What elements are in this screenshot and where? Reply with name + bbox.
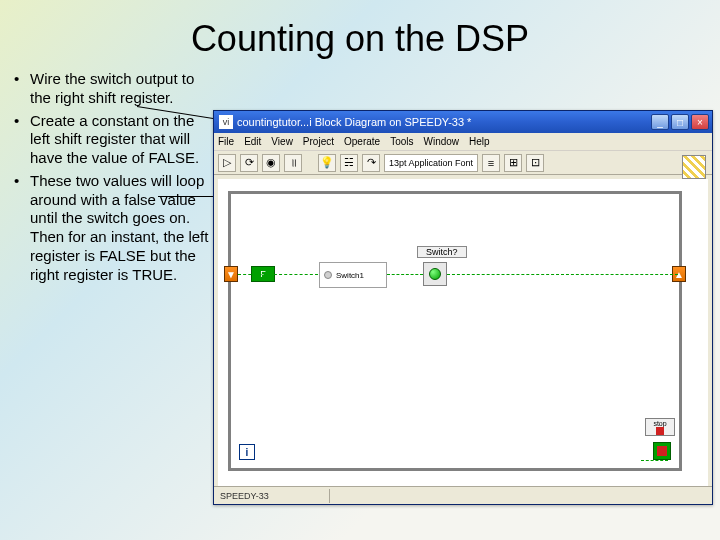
switch-box-label: Switch1 <box>336 271 364 280</box>
led-icon <box>324 271 332 279</box>
loop-condition-terminal[interactable] <box>653 442 671 460</box>
loop-iteration-terminal[interactable]: i <box>239 444 255 460</box>
bullet-item: Wire the switch output to the right shif… <box>12 70 210 108</box>
slide-title: Counting on the DSP <box>0 0 720 70</box>
bullet-item: Create a constant on the left shift regi… <box>12 112 210 168</box>
menu-project[interactable]: Project <box>303 136 334 147</box>
block-diagram-canvas[interactable]: ▼ ▲ F Switch1 Switch? i stop <box>218 179 708 491</box>
close-button[interactable]: × <box>691 114 709 130</box>
abort-button[interactable]: ◉ <box>262 154 280 172</box>
stop-control[interactable]: stop <box>645 418 675 436</box>
wire <box>447 274 678 275</box>
window-title: countingtutor...i Block Diagram on SPEED… <box>237 116 651 128</box>
while-loop[interactable]: ▼ ▲ F Switch1 Switch? i stop <box>228 191 682 471</box>
window-titlebar[interactable]: vi countingtutor...i Block Diagram on SP… <box>214 111 712 133</box>
wire <box>641 460 668 461</box>
stop-icon <box>656 427 664 435</box>
switch-express-vi[interactable]: Switch1 <box>319 262 387 288</box>
status-bar: SPEEDY-33 <box>214 486 712 504</box>
align-button[interactable]: ≡ <box>482 154 500 172</box>
vi-icon[interactable] <box>682 155 706 179</box>
bullet-list: Wire the switch output to the right shif… <box>0 70 210 288</box>
stop-octagon-icon <box>657 446 667 456</box>
minimize-button[interactable]: _ <box>651 114 669 130</box>
stop-control-label: stop <box>653 420 666 427</box>
labview-window: vi countingtutor...i Block Diagram on SP… <box>213 110 713 505</box>
menu-bar: File Edit View Project Operate Tools Win… <box>214 133 712 151</box>
retain-button[interactable]: ☵ <box>340 154 358 172</box>
maximize-button[interactable]: □ <box>671 114 689 130</box>
run-cont-button[interactable]: ⟳ <box>240 154 258 172</box>
shift-register-left[interactable]: ▼ <box>224 266 238 282</box>
status-target: SPEEDY-33 <box>220 491 269 501</box>
bullet-item: These two values will loop around with a… <box>12 172 210 285</box>
run-button[interactable]: ▷ <box>218 154 236 172</box>
wire <box>238 274 318 275</box>
app-icon: vi <box>219 115 233 129</box>
pause-button[interactable]: ॥ <box>284 154 302 172</box>
menu-file[interactable]: File <box>218 136 234 147</box>
reorder-button[interactable]: ⊡ <box>526 154 544 172</box>
menu-edit[interactable]: Edit <box>244 136 261 147</box>
menu-window[interactable]: Window <box>423 136 459 147</box>
boolean-led-icon <box>429 268 441 280</box>
status-separator <box>329 489 330 503</box>
wire <box>387 274 423 275</box>
step-button[interactable]: ↷ <box>362 154 380 172</box>
switch-terminal-label: Switch? <box>417 246 467 258</box>
distribute-button[interactable]: ⊞ <box>504 154 522 172</box>
menu-operate[interactable]: Operate <box>344 136 380 147</box>
font-selector[interactable]: 13pt Application Font <box>384 154 478 172</box>
toolbar: ▷ ⟳ ◉ ॥ 💡 ☵ ↷ 13pt Application Font ≡ ⊞ … <box>214 151 712 175</box>
switch-terminal[interactable] <box>423 262 447 286</box>
menu-help[interactable]: Help <box>469 136 490 147</box>
highlight-button[interactable]: 💡 <box>318 154 336 172</box>
menu-view[interactable]: View <box>271 136 293 147</box>
menu-tools[interactable]: Tools <box>390 136 413 147</box>
